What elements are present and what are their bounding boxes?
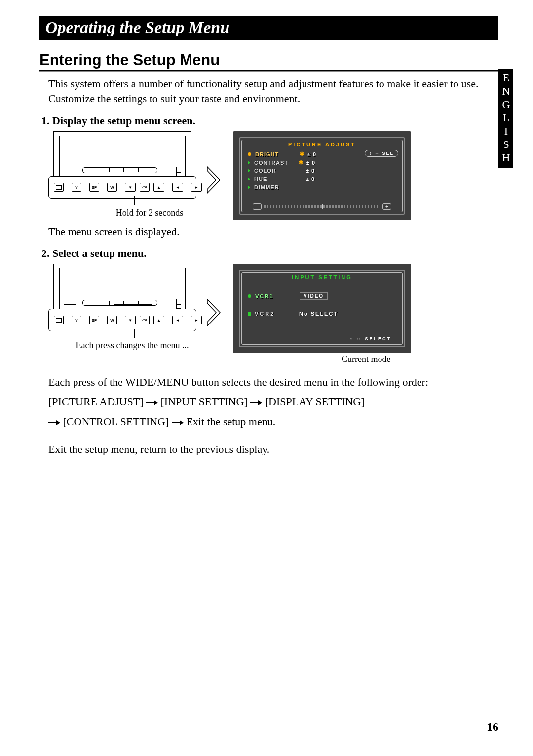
- language-tab: ENGLISH: [498, 69, 513, 168]
- panel-button-v: V: [72, 183, 81, 192]
- marker-triangle-icon: [248, 169, 250, 173]
- panel-button-sp: SP: [89, 183, 99, 192]
- chapter-title-bar: Operating the Setup Menu: [39, 16, 498, 40]
- panel-button-right: ►: [191, 316, 202, 324]
- osd1-sel-label: SEL: [382, 151, 394, 156]
- current-mode-caption: Current mode: [342, 354, 411, 364]
- plus-icon: +: [382, 203, 391, 210]
- osd1-row3-label: HUE: [254, 176, 296, 182]
- panel-button-left: ◄: [172, 183, 183, 192]
- osd2-row0-label: VCR1: [255, 293, 297, 299]
- osd2-title: INPUT SETTING: [292, 274, 352, 280]
- arrow-icon: [206, 298, 223, 329]
- osd2-row1-value: No SELECT: [299, 311, 338, 317]
- osd1-row2-label: COLOR: [254, 168, 296, 174]
- device-screen: [53, 131, 191, 176]
- page-number: 16: [487, 720, 498, 734]
- osd1-row0-value: ± 0: [307, 151, 316, 157]
- osd2-row0-value: VIDEO: [300, 292, 328, 300]
- osd-picture-adjust: PICTURE ADJUST ↕ ↔ SEL BRIGHT✱± 0 CONTRA…: [233, 131, 411, 220]
- marker-dot-icon: [248, 152, 251, 156]
- seq-item-4: Exit the setup menu.: [186, 415, 275, 428]
- marker-triangle-icon: [248, 185, 250, 189]
- each-press-caption: Each press changes the menu ...: [68, 340, 196, 351]
- heading-rule: [39, 70, 498, 72]
- osd1-row1-label: CONTRAST: [254, 160, 296, 166]
- sequence-intro: Each press of the WIDE/MENU button selec…: [48, 372, 498, 392]
- panel-button-left: ◄: [172, 316, 183, 324]
- seq-item-3: [CONTROL SETTING]: [63, 415, 169, 428]
- osd1-sel-pill: ↕ ↔ SEL: [365, 150, 398, 157]
- arrow-right-icon: [48, 420, 60, 425]
- osd2-hint: ↕ ↔ SELECT: [350, 336, 391, 341]
- svg-marker-0: [207, 167, 220, 193]
- osd-input-setting: INPUT SETTING VCR1VIDEO VCR2No SELECT ↕ …: [233, 264, 411, 353]
- arrow-right-icon: [172, 420, 184, 425]
- minus-icon: –: [253, 203, 262, 210]
- panel-button-w: W: [107, 316, 117, 324]
- arrow-right-icon: [250, 400, 262, 405]
- intro-paragraph: This system offers a number of functiona…: [48, 76, 498, 106]
- sequence-paragraph: Each press of the WIDE/MENU button selec…: [48, 372, 498, 431]
- device-illustration: V SP W ▼ VOL ▲ ◄ ► Hold for 2 seconds: [48, 131, 196, 218]
- panel-button-vol-up: ▲: [153, 183, 164, 192]
- panel-button-power: [54, 316, 64, 324]
- marker-square-icon: [248, 312, 251, 316]
- seq-item-1: [INPUT SETTING]: [161, 396, 248, 408]
- section-heading: Entering the Setup Menu: [39, 51, 498, 69]
- step-1-title: 1. Display the setup menu screen.: [41, 114, 498, 127]
- exit-text: Exit the setup menu, return to the previ…: [48, 443, 498, 456]
- osd1-title: PICTURE ADJUST: [288, 142, 356, 147]
- osd1-row4-label: DIMMER: [254, 184, 296, 190]
- device-illustration-2: V SP W ▼ VOL ▲ ◄ ► Each press changes th…: [48, 264, 196, 351]
- panel-button-right: ►: [191, 183, 202, 192]
- osd1-row3-value: ± 0: [306, 176, 315, 182]
- panel-button-w: W: [107, 183, 117, 192]
- panel-button-vol-label: VOL: [140, 183, 150, 192]
- marker-triangle-icon: [248, 161, 250, 165]
- osd1-row0-label: BRIGHT: [255, 151, 297, 157]
- osd1-row2-value: ± 0: [306, 168, 315, 174]
- panel-button-vol-label: VOL: [140, 316, 150, 324]
- panel-button-vol-down: ▼: [125, 183, 136, 192]
- osd1-slider: – +: [253, 203, 391, 210]
- panel-button-v: V: [72, 316, 81, 324]
- marker-triangle-icon: [248, 177, 250, 181]
- seq-item-2: [DISPLAY SETTING]: [265, 396, 365, 408]
- panel-button-vol-up: ▲: [153, 316, 164, 324]
- osd2-row1-label: VCR2: [255, 311, 296, 317]
- hold-caption: Hold for 2 seconds: [103, 208, 196, 218]
- step-2-title: 2. Select a setup menu.: [41, 247, 498, 260]
- osd1-row1-value: ± 0: [306, 160, 315, 166]
- manual-page: ENGLISH Operating the Setup Menu Enterin…: [0, 0, 533, 756]
- step-2-figure-row: V SP W ▼ VOL ▲ ◄ ► Each press changes th…: [48, 264, 498, 364]
- panel-button-vol-down: ▼: [125, 316, 136, 324]
- step-1-figure-row: V SP W ▼ VOL ▲ ◄ ► Hold for 2 seconds: [48, 131, 498, 220]
- step-1-after-text: The menu screen is displayed.: [48, 225, 498, 238]
- device-button-panel: V SP W ▼ VOL ▲ ◄ ►: [48, 176, 196, 199]
- panel-button-power: [54, 183, 64, 192]
- panel-button-sp: SP: [89, 316, 99, 324]
- svg-marker-1: [207, 299, 220, 326]
- arrow-right-icon: [146, 400, 158, 405]
- arrow-icon: [206, 166, 223, 196]
- marker-dot-icon: [248, 294, 251, 298]
- seq-item-0: [PICTURE ADJUST]: [48, 396, 144, 408]
